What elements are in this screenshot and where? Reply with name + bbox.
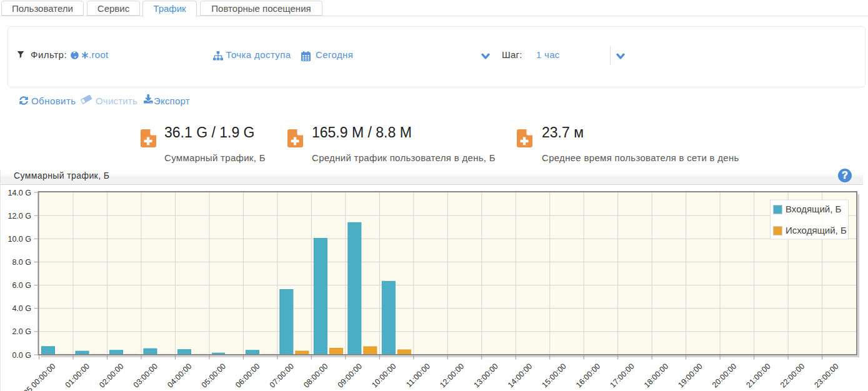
svg-text:Исходящий, Б: Исходящий, Б: [786, 225, 847, 235]
svg-text:14.0 G: 14.0 G: [7, 189, 31, 197]
svg-text:23:00:00: 23:00:00: [812, 362, 840, 389]
svg-text:17:00:00: 17:00:00: [609, 362, 636, 389]
svg-text:18:00:00: 18:00:00: [642, 362, 670, 389]
svg-text:26.05 00:00:00: 26.05 00:00:00: [14, 362, 57, 391]
svg-text:12.0 G: 12.0 G: [7, 212, 31, 220]
svg-text:06:00:00: 06:00:00: [234, 362, 261, 389]
svg-text:11:00:00: 11:00:00: [404, 362, 432, 389]
svg-text:12:00:00: 12:00:00: [438, 362, 466, 389]
svg-text:03:00:00: 03:00:00: [132, 362, 159, 389]
svg-text:6.0 G: 6.0 G: [12, 281, 31, 290]
svg-text:4.0 G: 4.0 G: [12, 304, 31, 313]
svg-text:10:00:00: 10:00:00: [370, 362, 397, 389]
svg-text:01:00:00: 01:00:00: [64, 362, 91, 389]
svg-text:15:00:00: 15:00:00: [541, 362, 568, 389]
svg-text:19:00:00: 19:00:00: [676, 362, 704, 389]
svg-text:2.0 G: 2.0 G: [12, 327, 31, 336]
svg-text:21:00:00: 21:00:00: [744, 362, 772, 389]
svg-text:13:00:00: 13:00:00: [472, 362, 500, 389]
svg-text:08:00:00: 08:00:00: [302, 362, 329, 389]
svg-text:8.0 G: 8.0 G: [12, 258, 31, 267]
svg-text:0.0 G: 0.0 G: [12, 351, 31, 360]
svg-text:07:00:00: 07:00:00: [268, 362, 296, 389]
svg-text:02:00:00: 02:00:00: [97, 362, 125, 389]
svg-text:04:00:00: 04:00:00: [166, 362, 193, 389]
svg-text:09:00:00: 09:00:00: [336, 362, 364, 389]
svg-text:20:00:00: 20:00:00: [711, 362, 738, 389]
svg-text:14:00:00: 14:00:00: [506, 362, 534, 389]
svg-text:16:00:00: 16:00:00: [574, 362, 602, 389]
svg-text:05:00:00: 05:00:00: [200, 362, 227, 389]
svg-text:22:00:00: 22:00:00: [779, 362, 806, 389]
svg-text:Входящий, Б: Входящий, Б: [786, 204, 841, 214]
svg-text:10.0 G: 10.0 G: [7, 235, 31, 244]
